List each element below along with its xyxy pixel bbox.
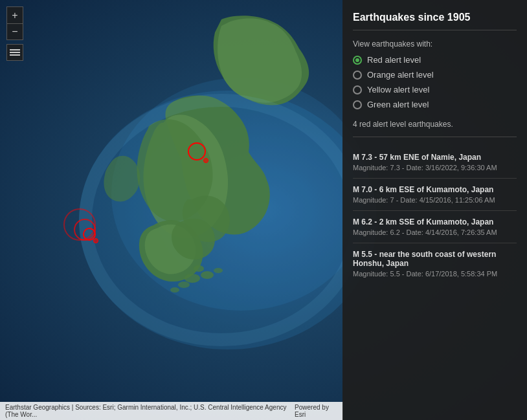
earthquake-item-2[interactable]: M 7.0 - 6 km ESE of Kumamoto, Japan Magn…	[353, 179, 517, 211]
radio-green	[353, 100, 362, 109]
svg-point-3	[201, 271, 214, 279]
alert-level-filter: Red alert level Orange alert level Yello…	[353, 55, 517, 109]
filter-red[interactable]: Red alert level	[353, 55, 517, 65]
eq-title-3: M 6.2 - 2 km SSE of Kumamoto, Japan	[353, 217, 517, 227]
svg-point-6	[170, 287, 179, 293]
panel-title: Earthquakes since 1905	[353, 12, 517, 30]
powered-by-text: Powered by Esri	[295, 404, 338, 418]
zoom-in-button[interactable]: +	[6, 6, 23, 23]
eq-title-4: M 5.5 - near the south coast of western …	[353, 250, 517, 268]
earthquake-list: M 7.3 - 57 km ENE of Namie, Japan Magnit…	[353, 146, 517, 284]
radio-yellow	[353, 85, 362, 94]
radio-red	[353, 56, 362, 65]
svg-point-2	[194, 265, 204, 272]
svg-point-4	[185, 274, 200, 283]
eq-details-1: Magnitude: 7.3 - Date: 3/16/2022, 9:36:3…	[353, 164, 517, 171]
eq-details-3: Magnitude: 6.2 - Date: 4/14/2016, 7:26:3…	[353, 228, 517, 236]
filter-orange-label: Orange alert level	[367, 70, 434, 80]
eq-details-2: Magnitude: 7 - Date: 4/15/2016, 11:25:06…	[353, 196, 517, 204]
attribution-text: Earthstar Geographics | Sources: Esri; G…	[5, 404, 295, 418]
layer-line-3	[10, 54, 20, 56]
layer-line-2	[10, 52, 20, 53]
eq-details-4: Magnitude: 5.5 - Date: 6/17/2018, 5:58:3…	[353, 270, 517, 278]
filter-orange[interactable]: Orange alert level	[353, 70, 517, 80]
map-controls: + −	[6, 6, 23, 61]
layers-button[interactable]	[6, 44, 23, 61]
side-panel: Earthquakes since 1905 View earthquakes …	[342, 0, 527, 420]
eq-title-2: M 7.0 - 6 km ESE of Kumamoto, Japan	[353, 185, 517, 194]
eq-title-1: M 7.3 - 57 km ENE of Namie, Japan	[353, 153, 517, 162]
filter-green-label: Green alert level	[367, 100, 429, 109]
radio-dot-red	[355, 58, 359, 62]
filter-yellow[interactable]: Yellow alert level	[353, 85, 517, 94]
earthquake-item-1[interactable]: M 7.3 - 57 km ENE of Namie, Japan Magnit…	[353, 146, 517, 179]
zoom-out-button[interactable]: −	[6, 23, 23, 40]
svg-point-5	[178, 282, 190, 288]
layer-line-1	[10, 49, 20, 50]
earthquake-item-4[interactable]: M 5.5 - near the south coast of western …	[353, 243, 517, 284]
map-attribution: Earthstar Geographics | Sources: Esri; G…	[0, 402, 343, 420]
radio-orange	[353, 71, 362, 80]
filter-red-label: Red alert level	[367, 55, 421, 65]
earthquake-count: 4 red alert level earthquakes.	[353, 120, 517, 137]
filter-green[interactable]: Green alert level	[353, 100, 517, 109]
filter-yellow-label: Yellow alert level	[367, 85, 429, 94]
earthquake-item-3[interactable]: M 6.2 - 2 km SSE of Kumamoto, Japan Magn…	[353, 211, 517, 243]
svg-point-7	[214, 268, 223, 273]
panel-subtitle: View earthquakes with:	[353, 39, 517, 49]
